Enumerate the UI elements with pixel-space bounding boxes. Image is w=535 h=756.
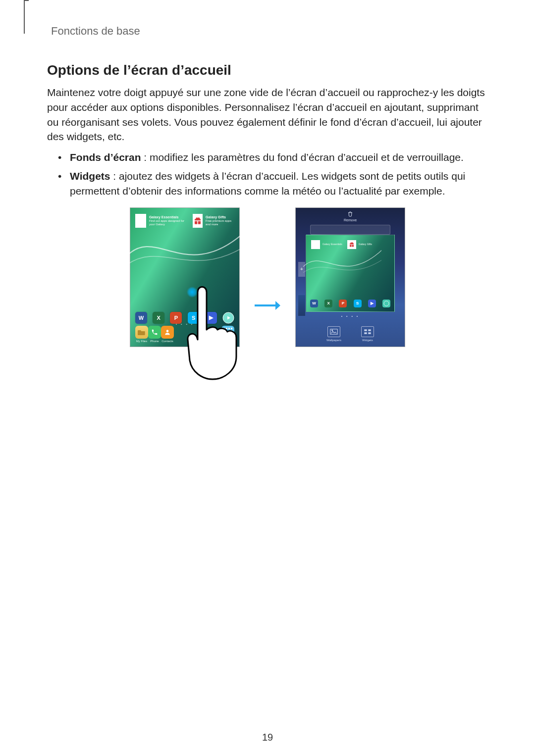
preview-widgets: Galaxy Essentials Galaxy Gifts: [311, 240, 389, 249]
preview-app-row: W X P S ▶: [310, 300, 390, 307]
home-page-indicator: • • • •: [130, 322, 239, 326]
svg-rect-7: [364, 329, 367, 331]
contacts-icon: [161, 326, 174, 339]
dock-item-myfiles: My Files: [135, 326, 148, 343]
editor-action-wallpapers: Wallpapers: [326, 326, 341, 342]
app-icon-video: ▶: [368, 300, 376, 307]
widget-grid-icon: [311, 240, 320, 249]
home-panel-preview: + Galaxy Essentials Galaxy Gi: [306, 235, 395, 312]
adjacent-panel-peek: [298, 295, 305, 316]
bullet-item: Widgets : ajoutez des widgets à l’écran …: [47, 169, 488, 199]
phone-icon: [148, 326, 161, 339]
app-icon-skype: S: [354, 300, 362, 307]
touch-glow-icon: [187, 287, 198, 298]
app-icon-excel: X: [324, 300, 332, 307]
bullet-bold: Fonds d’écran: [70, 151, 141, 163]
apps-grid-icon: [221, 326, 234, 339]
device-editor-screen: Remove + Galaxy Essentials: [295, 207, 405, 347]
app-icon-powerpoint: P: [339, 300, 347, 307]
add-panel-button: +: [298, 262, 305, 277]
svg-rect-9: [364, 332, 367, 334]
action-label: Widgets: [362, 339, 373, 342]
home-top-widgets: Galaxy Essentials Find out apps designed…: [135, 214, 234, 228]
widget-text: Galaxy Essentials: [322, 243, 342, 246]
svg-rect-10: [368, 332, 371, 334]
app-icon-word: W: [310, 300, 318, 307]
dock-item-apps: Apps: [221, 326, 234, 343]
page-number: 19: [0, 732, 535, 743]
widget-text: Galaxy Essentials Find out apps designed…: [149, 215, 187, 226]
widget-text: Galaxy Gifts: [359, 243, 372, 246]
svg-point-4: [384, 301, 389, 306]
trash-icon: [296, 211, 405, 217]
editor-actions: Wallpapers Widgets: [296, 326, 405, 342]
widget-galaxy-essentials: Galaxy Essentials Find out apps designed…: [135, 214, 187, 228]
editor-topbar: Remove: [296, 211, 405, 235]
gift-icon: [193, 214, 203, 228]
crop-mark-vertical: [24, 0, 25, 34]
document-page: Fonctions de base Options de l’écran d’a…: [0, 0, 535, 756]
app-icon-music: [382, 300, 390, 307]
action-label: Wallpapers: [326, 339, 341, 342]
figure-row: Galaxy Essentials Find out apps designed…: [47, 207, 488, 347]
widget-galaxy-gifts: Galaxy Gifts Free premium apps and more: [193, 214, 234, 228]
svg-point-2: [166, 330, 169, 332]
svg-point-6: [332, 330, 333, 331]
editor-home-bar: [310, 225, 390, 235]
intro-paragraph: Maintenez votre doigt appuyé sur une zon…: [47, 85, 488, 144]
dock-item-contacts: Contacts: [161, 326, 174, 343]
svg-rect-8: [368, 329, 371, 331]
gift-icon: [347, 240, 356, 249]
wallpaper-wave: [127, 226, 246, 275]
folder-icon: [135, 326, 148, 339]
svg-rect-5: [330, 329, 338, 334]
dock-item-phone: Phone: [148, 326, 161, 343]
bullet-list: Fonds d’écran : modifiez les paramètres …: [47, 150, 488, 198]
bullet-bold: Widgets: [70, 170, 110, 182]
editor-page-indicator: • • • •: [296, 314, 405, 318]
device-home-screen: Galaxy Essentials Find out apps designed…: [130, 207, 240, 347]
wallpaper-wave: [303, 247, 381, 280]
widget-text: Galaxy Gifts Free premium apps and more: [206, 215, 234, 226]
wallpaper-icon: [327, 326, 340, 337]
widgets-icon: [361, 326, 374, 337]
section-breadcrumb: Fonctions de base: [51, 25, 488, 38]
editor-action-widgets: Widgets: [361, 326, 374, 342]
bullet-item: Fonds d’écran : modifiez les paramètres …: [47, 150, 488, 165]
home-dock: My Files Phone Contacts: [135, 326, 234, 343]
bullet-rest: : ajoutez des widgets à l’écran d’accuei…: [70, 170, 465, 197]
remove-label: Remove: [296, 218, 405, 222]
arrow-right-icon: [254, 300, 281, 313]
bullet-rest: : modifiez les paramètres du fond d’écra…: [141, 151, 464, 163]
widget-grid-icon: [135, 214, 146, 228]
page-heading: Options de l’écran d’accueil: [47, 62, 488, 78]
crop-mark-horizontal: [24, 0, 29, 1]
